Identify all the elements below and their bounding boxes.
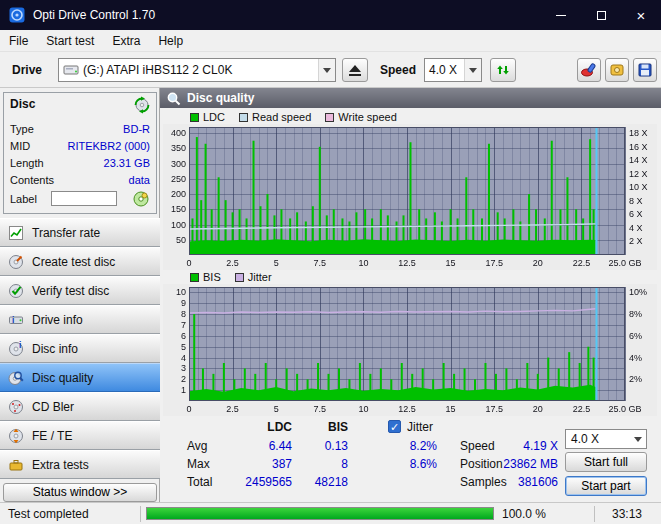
maximize-icon: [597, 11, 606, 20]
refresh-speed-button[interactable]: [490, 58, 516, 82]
drive-label: Drive: [12, 63, 42, 77]
nav-verify-test-disc[interactable]: Verify test disc: [0, 276, 160, 305]
legend-jitter: Jitter: [235, 271, 272, 283]
test-nav: Transfer rate Create test disc Verify te…: [0, 218, 160, 479]
bis-swatch-icon: [190, 273, 199, 282]
legend-ldc: LDC: [190, 111, 225, 123]
disc-label-icon: [132, 190, 150, 208]
nav-cd-bler[interactable]: CD Bler: [0, 392, 160, 421]
settings-button[interactable]: [605, 58, 629, 82]
refresh-disc-icon[interactable]: [132, 95, 152, 115]
speed-select-arrow: [464, 59, 481, 81]
transfer-rate-icon: [8, 225, 24, 241]
jitter-max-value: 8.6%: [392, 457, 437, 471]
menubar: File Start test Extra Help: [0, 30, 661, 52]
nav-extra-tests[interactable]: Extra tests: [0, 450, 160, 479]
position-stat-label: Position: [460, 457, 503, 471]
jitter-avg-value: 8.2%: [392, 439, 437, 453]
legend-bis: BIS: [190, 271, 221, 283]
disc-field-label: Label: [10, 193, 37, 205]
menu-start-test[interactable]: Start test: [37, 31, 103, 51]
menu-help[interactable]: Help: [149, 31, 192, 51]
nav-create-test-disc[interactable]: Create test disc: [0, 247, 160, 276]
disc-info-icon: i: [8, 341, 24, 357]
eject-button[interactable]: [342, 58, 368, 82]
disc-field-value: RITEKBR2 (000): [67, 140, 150, 152]
ldc-max-value: 387: [240, 457, 292, 471]
disc-quality-icon: [8, 370, 24, 386]
write-label-button[interactable]: [132, 190, 150, 208]
ldc-total-value: 2459565: [240, 475, 292, 489]
app-icon: [9, 7, 25, 23]
jitter-swatch-icon: [235, 273, 244, 282]
save-icon: [637, 62, 653, 78]
bottom-chart-legend: BIS Jitter: [190, 271, 272, 283]
app-window: Opti Drive Control 1.70 × File Start tes…: [0, 0, 661, 524]
bis-avg-value: 0.13: [298, 439, 348, 453]
stat-row-label: Avg: [187, 439, 207, 453]
start-full-button[interactable]: Start full: [565, 452, 647, 472]
chevron-down-icon: [323, 68, 331, 73]
test-speed-select-value: 4.0 X: [566, 432, 630, 446]
test-speed-select[interactable]: 4.0 X: [565, 429, 647, 449]
progress-bar: [146, 507, 494, 520]
minimize-icon: [556, 15, 566, 16]
magnifier-icon: [166, 91, 181, 106]
settings-icon: [609, 62, 625, 78]
ldc-chart: [163, 124, 657, 270]
page-title: Disc quality: [187, 91, 254, 105]
disc-label-input[interactable]: [51, 191, 117, 206]
speed-label: Speed: [380, 63, 416, 77]
status-window-button[interactable]: Status window >>: [3, 483, 157, 502]
disc-field-label: MID: [10, 140, 30, 152]
drive-info-icon: i: [8, 312, 24, 328]
ldc-avg-value: 6.44: [240, 439, 292, 453]
statusbar: Test completed 100.0 % 33:13: [0, 502, 661, 524]
chevron-down-icon: [469, 68, 477, 73]
nav-fe-te[interactable]: FE / TE: [0, 421, 160, 450]
drive-select[interactable]: (G:) ATAPI iHBS112 2 CL0K: [58, 58, 336, 82]
nav-drive-info[interactable]: i Drive info: [0, 305, 160, 334]
legend-write-speed: Write speed: [325, 111, 397, 123]
drive-select-arrow: [318, 59, 335, 81]
nav-label: Disc quality: [32, 371, 93, 385]
nav-disc-quality[interactable]: Disc quality: [0, 363, 160, 392]
stat-row-label: Max: [187, 457, 210, 471]
titlebar: Opti Drive Control 1.70 ×: [0, 0, 661, 30]
start-part-button[interactable]: Start part: [565, 476, 647, 496]
drive-select-value: (G:) ATAPI iHBS112 2 CL0K: [79, 63, 318, 77]
bis-chart: [163, 284, 657, 416]
status-text: Test completed: [8, 507, 89, 521]
maximize-button[interactable]: [581, 0, 621, 30]
save-button[interactable]: [633, 58, 657, 82]
disc-field-label: Contents: [10, 174, 54, 186]
nav-transfer-rate[interactable]: Transfer rate: [0, 218, 160, 247]
speed-select[interactable]: 4.0 X: [424, 58, 482, 82]
menu-file[interactable]: File: [0, 31, 37, 51]
svg-text:i: i: [12, 314, 14, 324]
jitter-checkbox[interactable]: ✓: [388, 420, 401, 433]
refresh-arrows-icon: [495, 62, 511, 78]
bis-column-header: BIS: [298, 420, 348, 434]
main-header: Disc quality: [160, 88, 661, 108]
nav-label: Drive info: [32, 313, 83, 327]
nav-label: Verify test disc: [32, 284, 109, 298]
position-stat-value: 23862 MB: [498, 457, 558, 471]
nav-disc-info[interactable]: i Disc info: [0, 334, 160, 363]
erase-disc-button[interactable]: [577, 58, 601, 82]
disc-panel-title: Disc: [10, 97, 35, 111]
erase-disc-icon: [581, 62, 597, 78]
bis-max-value: 8: [298, 457, 348, 471]
cd-bler-icon: [8, 399, 24, 415]
drive-toolbar: Drive (G:) ATAPI iHBS112 2 CL0K Speed 4.…: [0, 52, 661, 88]
read-speed-swatch-icon: [239, 113, 248, 122]
statusbar-separator: [594, 506, 595, 522]
drive-icon: [63, 62, 79, 78]
disc-info-panel: Disc Type BD-R MID RITEKBR2 (000) Length…: [3, 92, 157, 214]
menu-extra[interactable]: Extra: [103, 31, 149, 51]
extra-tests-icon: [8, 457, 24, 473]
minimize-button[interactable]: [541, 0, 581, 30]
close-button[interactable]: ×: [621, 0, 661, 30]
nav-label: Extra tests: [32, 458, 89, 472]
test-speed-select-arrow: [630, 430, 646, 448]
